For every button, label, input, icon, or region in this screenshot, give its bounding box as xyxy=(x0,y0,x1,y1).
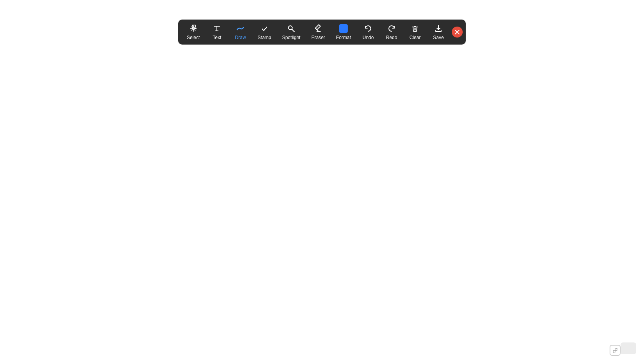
corner-decoration xyxy=(621,342,636,354)
save-label: Save xyxy=(433,35,444,40)
select-label: Select xyxy=(187,35,200,40)
undo-tool[interactable]: Undo xyxy=(356,21,380,43)
eraser-icon xyxy=(313,24,323,33)
redo-icon xyxy=(387,24,396,33)
select-icon xyxy=(189,24,198,33)
redo-label: Redo xyxy=(386,35,397,40)
stamp-icon xyxy=(260,24,269,33)
save-tool[interactable]: Save xyxy=(427,21,450,43)
draw-icon xyxy=(236,24,245,33)
annotation-toolbar: Select Text Draw Stamp xyxy=(178,20,466,45)
spotlight-tool[interactable]: Spotlight xyxy=(277,21,306,43)
clear-label: Clear xyxy=(410,35,421,40)
save-icon xyxy=(434,24,443,33)
eraser-label: Eraser xyxy=(311,35,325,40)
text-icon xyxy=(212,24,222,33)
spotlight-label: Spotlight xyxy=(282,35,301,40)
draw-label: Draw xyxy=(235,35,246,40)
redo-tool[interactable]: Redo xyxy=(380,21,403,43)
select-tool[interactable]: Select xyxy=(181,21,205,43)
text-label: Text xyxy=(213,35,221,40)
clear-tool[interactable]: Clear xyxy=(403,21,427,43)
close-button[interactable] xyxy=(452,27,463,38)
svg-line-2 xyxy=(292,29,294,32)
undo-label: Undo xyxy=(363,35,374,40)
stamp-label: Stamp xyxy=(258,35,271,40)
undo-icon xyxy=(363,24,373,33)
draw-tool[interactable]: Draw xyxy=(229,21,252,43)
text-tool[interactable]: Text xyxy=(205,21,229,43)
format-icon xyxy=(339,24,348,33)
corner-expand-button[interactable] xyxy=(610,345,621,356)
stamp-tool[interactable]: Stamp xyxy=(252,21,277,43)
clear-icon xyxy=(410,24,420,33)
format-tool[interactable]: Format xyxy=(331,21,356,43)
spotlight-icon xyxy=(286,24,296,33)
format-label: Format xyxy=(336,35,351,40)
eraser-tool[interactable]: Eraser xyxy=(306,21,331,43)
